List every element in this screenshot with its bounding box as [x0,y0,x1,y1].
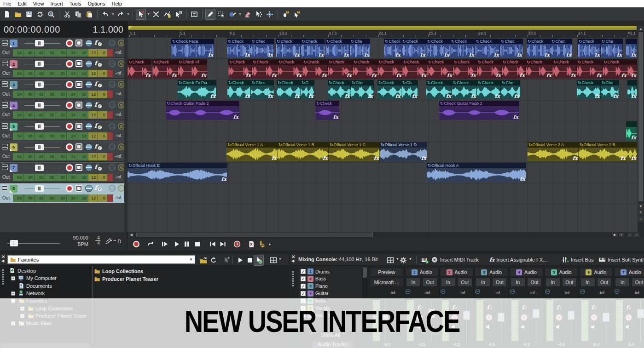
clip-fx-label[interactable]: fx [444,52,449,58]
track-volume-slider-handle[interactable] [35,123,44,130]
audio-clip[interactable]: ↻Checkfx [384,39,401,58]
strip-header-3[interactable]: 3 Audio [475,268,508,277]
horizontal-scrollbar[interactable]: ◀ ▶ + − ⌕ [128,232,644,238]
audio-clip[interactable]: ↻Checkfx [526,59,552,79]
audio-clip[interactable]: ↻Checkfx [603,59,627,79]
transport-pause-button[interactable] [182,240,191,249]
track-solo-button[interactable] [85,185,93,192]
tree-item-documents[interactable]: Documents [26,283,52,289]
menu-file[interactable]: File [0,0,15,7]
console-action-insert-soft-synth-[interactable]: Insert Soft Synth... [598,255,644,264]
clip-fx-label[interactable]: fx [621,73,627,79]
clip-fx-label[interactable]: fx [545,52,550,58]
clip-fx-label[interactable]: fx [513,114,518,120]
track-visible-checkbox[interactable]: ✓ [301,269,306,274]
clip-fx-label[interactable]: fx [323,155,328,161]
track-solo-button[interactable] [85,81,93,88]
track-header-1[interactable]: 1 f✓ S Out -Inf.54484236302418126 [0,38,124,58]
track-mute-button[interactable] [75,185,82,192]
transport-play-button[interactable] [172,240,181,249]
console-action-insert-bus[interactable]: Insert Bus [562,255,594,264]
track-volume-slider-handle[interactable] [35,61,44,67]
audio-clip[interactable]: ↻Gfx [301,80,314,99]
audio-clip[interactable]: ↻Chfx [401,80,418,99]
clip-fx-label[interactable]: fx [333,114,338,120]
zoom-find-button[interactable] [46,9,56,20]
tree-expander-plus[interactable]: + [11,291,15,296]
clip-fx-label[interactable]: fx [172,73,177,79]
audio-clip[interactable]: ↻Chefx [601,39,623,58]
track-sync-icon[interactable]: S [118,81,125,88]
track-phase-icon[interactable] [109,81,116,88]
browser-import-folder-button[interactable] [198,255,209,266]
vscroll-thumb[interactable] [638,32,643,201]
audio-clip[interactable]: ↻Checkfx [401,39,426,58]
audio-clip[interactable]: ↻Checkfx [227,80,251,99]
smart-tool-dropdown[interactable]: ▼ [146,9,151,20]
track-phase-icon[interactable] [109,164,116,171]
track-solo-button[interactable] [85,143,93,151]
strip-header-2[interactable]: 2 Audio [440,268,474,277]
audio-clip[interactable]: ↻Check Guitar Fade 2fx [439,101,519,120]
track-volume-slider-handle[interactable] [35,102,44,108]
audio-clip[interactable]: ↻Check Fx Piafx [178,80,216,99]
strip-phase-icon[interactable] [405,289,412,295]
transport-play-from-button[interactable] [160,240,169,249]
console-track-row-guitar[interactable]: ✓ 4 Guitar [301,291,329,297]
console-gear-dropdown[interactable]: ▼ [409,257,412,261]
combobox-chevron-icon[interactable]: ▼ [189,257,193,262]
track-sync-icon[interactable]: S [118,185,125,192]
track-mute-button[interactable] [75,143,82,150]
audio-clip[interactable]: ↻Checkfx [578,39,601,58]
strip-input-button-5[interactable]: In [545,278,560,287]
strip-header-6[interactable]: 6 Audio [580,268,613,277]
clip-fx-label[interactable]: fx [621,155,626,161]
audio-clip[interactable]: ↻Official Verse 1 Bfx [278,142,329,161]
strip-phase-icon[interactable] [545,289,551,295]
track-solo-button[interactable] [85,123,93,130]
browser-play-button[interactable] [235,255,245,266]
audio-clip[interactable]: ↻Checkfx [577,59,603,79]
audio-clip[interactable]: ↻Checkfx [477,59,502,79]
track-phase-icon[interactable] [109,185,116,192]
hscroll-thumb[interactable] [136,233,373,237]
eraser-tool-button[interactable] [243,9,253,20]
clip-fx-label[interactable]: fx [520,176,525,182]
audio-clip[interactable]: ↻Checkfx [552,59,577,79]
browser-preview-auto-button[interactable] [254,255,264,266]
clip-fx-label[interactable]: fx [573,155,578,161]
clip-fx-label[interactable]: fx [371,73,377,79]
audio-clip[interactable]: fx [627,142,637,161]
scroll-left-button[interactable]: ◀ [128,233,134,237]
track-mute-button[interactable] [75,81,82,88]
clip-fx-label[interactable]: fx [374,155,379,161]
clip-fx-label[interactable]: fx [322,73,327,79]
clip-fx-label[interactable]: fx [420,52,425,58]
clip-fx-label[interactable]: fx [396,73,401,79]
undo-dropdown[interactable]: ▼ [111,9,115,20]
track-layout-widget[interactable] [2,61,8,68]
clip-fx-label[interactable]: fx [469,52,474,58]
cut-button[interactable] [62,9,72,20]
track-sync-icon[interactable]: S [118,102,125,108]
audio-clip[interactable]: ↻Checfx [551,39,572,58]
track-mute-button[interactable] [75,164,82,171]
clip-fx-label[interactable]: fx [631,73,636,79]
help-hand-button[interactable]: ? [281,9,291,20]
track-visible-checkbox[interactable]: ✓ [301,276,306,281]
audio-clip[interactable]: ↻Checkfx [502,59,526,79]
track-layout-widget[interactable] [2,144,8,151]
clip-fx-label[interactable]: fx [296,73,302,79]
envelope-tool-button[interactable] [162,9,172,20]
clip-fx-label[interactable]: fx [495,93,500,99]
strip-phase-icon[interactable] [580,289,586,295]
console-list-scroll-thumb[interactable] [363,268,367,278]
tempo-value[interactable]: 90.000 [68,235,88,240]
transport-auto-punch-button[interactable] [247,240,256,249]
clip-fx-label[interactable]: fx [494,52,499,58]
console-grid-view-button[interactable] [385,255,395,266]
track-sync-icon[interactable]: S [118,123,125,130]
strip-input-button-1[interactable]: In [406,278,421,287]
audio-clip[interactable]: ↻Official Verse 1 Afx [226,142,278,161]
clips-pane[interactable]: ↻Check Facefx↻Checkfx↻Checfx↻Checkfx↻Che… [128,38,638,232]
